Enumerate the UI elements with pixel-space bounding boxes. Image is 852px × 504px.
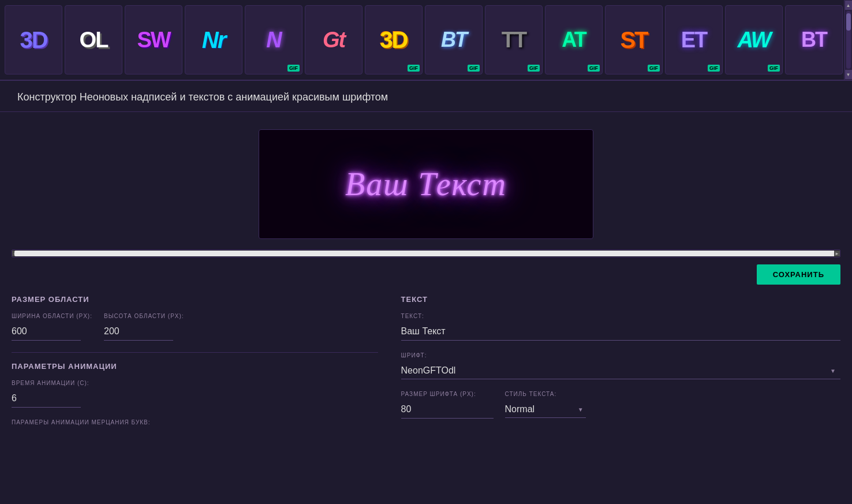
settings-right: ТЕКСТ ТЕКСТ: ШРИФТ: NeonGFTOdl Arial Tim… [401,295,840,430]
style-item-8[interactable]: BT GIF [425,5,483,74]
height-input[interactable] [104,323,173,341]
font-label: ШРИФТ: [401,352,840,359]
text-style-label: СТИЛЬ ТЕКСТА: [505,391,586,397]
font-size-input[interactable] [401,401,494,419]
settings-area: РАЗМЕР ОБЛАСТИ ШИРИНА ОБЛАСТИ (PX): ВЫСО… [0,289,852,442]
duration-input[interactable] [12,390,81,408]
flicker-label: ПАРАМEРЫ АНИМАЦИИ МЕРЦАНИЯ БУКВ: [12,419,378,425]
preview-canvas: Ваш Текст [259,129,593,239]
style-item-11[interactable]: ST GIF [605,5,663,74]
page-title: Конструктор Неоновых надписей и текстов … [17,91,835,103]
gif-badge-11: GIF [648,65,660,72]
text-input-group: ТЕКСТ: [401,313,840,341]
main-content: Ваш Текст ◄ ► СОХРАНИТЬ РАЗМЕР ОБЛАСТИ Ш… [0,112,852,442]
font-size-group: РАЗМЕР ШРИФТА (PX): [401,391,494,419]
page-title-bar: Конструктор Неоновых надписей и текстов … [0,81,852,112]
style-thumb-text-11: ST [620,27,647,53]
style-thumb-text-9: TT [502,28,526,53]
text-input[interactable] [401,323,840,341]
style-item-14[interactable]: BT [785,5,843,74]
duration-group: ВРЕМЯ АНИМАЦИИ (С): [12,380,89,408]
neon-preview-text: Ваш Текст [345,166,507,203]
gif-badge-12: GIF [708,65,720,72]
carousel-scrollbar: ▲ ▼ [844,0,852,80]
style-item-3[interactable]: SW [125,5,182,74]
style-item-9[interactable]: TT GIF [485,5,543,74]
style-thumb-text-13: AW [737,28,770,53]
text-style-group: СТИЛЬ ТЕКСТА: Normal Bold Italic Bold It… [505,391,586,419]
style-thumb-text-14: BT [801,28,827,52]
style-carousel: 3D OL SW Nr N GIF Gt 3D GIF BT GIF TT GI… [0,0,852,81]
gif-badge-13: GIF [768,65,780,72]
gif-badge-8: GIF [468,65,480,72]
style-item-1[interactable]: 3D [5,5,62,74]
text-style-select[interactable]: Normal Bold Italic Bold Italic [505,401,586,418]
carousel-scrollbar-thumb [846,13,851,31]
size-section: РАЗМЕР ОБЛАСТИ ШИРИНА ОБЛАСТИ (PX): ВЫСО… [12,295,378,341]
style-thumb-text-3: SW [137,28,170,53]
settings-left: РАЗМЕР ОБЛАСТИ ШИРИНА ОБЛАСТИ (PX): ВЫСО… [12,295,378,430]
font-select-wrapper: NeonGFTOdl Arial Times New Roman Courier… [401,362,840,379]
style-item-12[interactable]: ET GIF [665,5,723,74]
height-label: ВЫСОТА ОБЛАСТИ (PX): [104,313,184,319]
animation-section: ПАРАМЕТРЫ АНИМАЦИИ ВРЕМЯ АНИМАЦИИ (С): П… [12,362,378,425]
divider-1 [12,352,378,353]
width-input[interactable] [12,323,81,341]
scrollbar-thumb[interactable] [14,251,838,256]
duration-label: ВРЕМЯ АНИМАЦИИ (С): [12,380,89,386]
style-item-4[interactable]: Nr [185,5,242,74]
horizontal-scrollbar[interactable]: ◄ ► [12,249,840,257]
text-style-select-wrapper: Normal Bold Italic Bold Italic [505,401,586,418]
style-item-10[interactable]: AT GIF [545,5,603,74]
style-thumb-text-7: 3D [380,27,407,53]
scroll-right-btn[interactable]: ► [834,251,840,256]
carousel-scrollbar-track [846,11,851,69]
width-label: ШИРИНА ОБЛАСТИ (PX): [12,313,92,319]
animation-section-title: ПАРАМЕТРЫ АНИМАЦИИ [12,362,378,371]
style-thumb-text-2: OL [80,28,108,53]
style-item-7[interactable]: 3D GIF [365,5,423,74]
style-thumb-text-10: AT [562,28,585,52]
font-group: ШРИФТ: NeonGFTOdl Arial Times New Roman … [401,352,840,379]
font-size-label: РАЗМЕР ШРИФТА (PX): [401,391,494,397]
save-button[interactable]: СОХРАНИТЬ [757,264,840,285]
gif-badge-7: GIF [408,65,420,72]
carousel-scroll-up[interactable]: ▲ [845,1,852,10]
width-group: ШИРИНА ОБЛАСТИ (PX): [12,313,92,341]
gif-badge-5: GIF [287,65,300,72]
style-thumb-text-1: 3D [20,27,47,53]
text-section-title: ТЕКСТ [401,295,840,304]
size-section-title: РАЗМЕР ОБЛАСТИ [12,295,378,304]
style-thumb-text-5: N [266,28,281,53]
font-style-row: РАЗМЕР ШРИФТА (PX): СТИЛЬ ТЕКСТА: Normal… [401,391,840,419]
font-select[interactable]: NeonGFTOdl Arial Times New Roman Courier… [401,362,840,379]
save-row: СОХРАНИТЬ [0,262,852,289]
preview-container: Ваш Текст [0,112,852,245]
style-item-5[interactable]: N GIF [245,5,302,74]
text-label: ТЕКСТ: [401,313,840,319]
style-item-2[interactable]: OL [65,5,122,74]
size-form-row: ШИРИНА ОБЛАСТИ (PX): ВЫСОТА ОБЛАСТИ (PX)… [12,313,378,341]
style-thumb-text-12: ET [681,28,707,53]
style-thumb-text-4: Nr [202,27,225,53]
style-thumb-text-8: BT [441,28,466,52]
style-carousel-inner: 3D OL SW Nr N GIF Gt 3D GIF BT GIF TT GI… [0,1,844,79]
style-item-6[interactable]: Gt [305,5,363,74]
gif-badge-10: GIF [588,65,600,72]
text-section: ТЕКСТ ТЕКСТ: ШРИФТ: NeonGFTOdl Arial Tim… [401,295,840,419]
style-thumb-text-6: Gt [323,28,345,53]
carousel-scroll-down[interactable]: ▼ [845,70,852,79]
animation-form-row: ВРЕМЯ АНИМАЦИИ (С): [12,380,378,408]
style-item-13[interactable]: AW GIF [725,5,783,74]
height-group: ВЫСОТА ОБЛАСТИ (PX): [104,313,184,341]
gif-badge-9: GIF [528,65,540,72]
